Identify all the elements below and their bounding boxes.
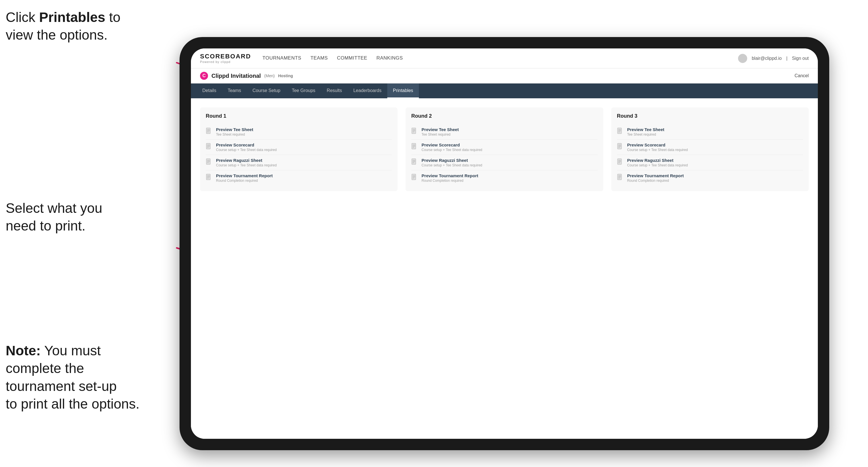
round-2-report-req: Round Completion required xyxy=(422,179,478,183)
raguzzi-icon-r3 xyxy=(617,158,624,166)
round-3-raguzzi[interactable]: Preview Raguzzi Sheet Course setup + Tee… xyxy=(617,155,803,170)
round-3-scorecard[interactable]: Preview Scorecard Course setup + Tee She… xyxy=(617,139,803,155)
cancel-button[interactable]: Cancel xyxy=(795,73,809,79)
tee-sheet-icon-r3 xyxy=(617,128,624,136)
tab-printables[interactable]: Printables xyxy=(387,84,419,98)
raguzzi-icon-r2 xyxy=(411,158,418,166)
round-1-title: Round 1 xyxy=(206,113,392,119)
annotation-top: Click Printables toview the options. xyxy=(6,8,171,44)
main-content: Round 1 Preview xyxy=(191,98,818,439)
round-1-report-req: Round Completion required xyxy=(216,179,273,183)
tab-tee-groups[interactable]: Tee Groups xyxy=(286,84,321,98)
tablet-screen: SCOREBOARD Powered by clippd TOURNAMENTS… xyxy=(191,49,818,439)
round-1-tournament-report[interactable]: Preview Tournament Report Round Completi… xyxy=(206,170,392,186)
round-1-report-info: Preview Tournament Report Round Completi… xyxy=(216,173,273,183)
round-3-scorecard-req: Course setup + Tee Sheet data required xyxy=(627,148,688,152)
round-3-tee-sheet-label: Preview Tee Sheet xyxy=(627,127,664,132)
annotation-bottom: Note: You mustcomplete thetournament set… xyxy=(6,342,182,413)
report-icon-r1 xyxy=(206,174,213,182)
round-1-raguzzi-req: Course setup + Tee Sheet data required xyxy=(216,163,277,167)
tab-bar: Details Teams Course Setup Tee Groups Re… xyxy=(191,84,818,98)
round-2-tee-sheet-info: Preview Tee Sheet Tee Sheet required xyxy=(422,127,459,136)
nav-link-committee[interactable]: COMMITTEE xyxy=(337,54,367,63)
round-2-raguzzi-info: Preview Raguzzi Sheet Course setup + Tee… xyxy=(422,158,482,167)
round-2-tee-sheet-label: Preview Tee Sheet xyxy=(422,127,459,132)
round-1-tee-sheet[interactable]: Preview Tee Sheet Tee Sheet required xyxy=(206,124,392,139)
hosting-badge: Hosting xyxy=(278,73,293,78)
round-3-scorecard-info: Preview Scorecard Course setup + Tee She… xyxy=(627,143,688,152)
round-2-report-info: Preview Tournament Report Round Completi… xyxy=(422,173,478,183)
tournament-badge: (Men) xyxy=(264,73,275,78)
round-2-scorecard[interactable]: Preview Scorecard Course setup + Tee She… xyxy=(411,139,597,155)
annotation-middle: Select what youneed to print. xyxy=(6,199,165,235)
brand-sub: Powered by clippd xyxy=(200,60,251,64)
round-3-raguzzi-label: Preview Raguzzi Sheet xyxy=(627,158,688,163)
nav-links: TOURNAMENTS TEAMS COMMITTEE RANKINGS xyxy=(262,54,403,63)
round-2-title: Round 2 xyxy=(411,113,597,119)
nav-link-tournaments[interactable]: TOURNAMENTS xyxy=(262,54,301,63)
round-2-scorecard-label: Preview Scorecard xyxy=(422,143,482,147)
report-icon-r3 xyxy=(617,174,624,182)
tournament-logo-letter: C xyxy=(202,73,206,79)
rounds-grid: Round 1 Preview xyxy=(200,107,809,191)
round-1-raguzzi-info: Preview Raguzzi Sheet Course setup + Tee… xyxy=(216,158,277,167)
brand-title: SCOREBOARD xyxy=(200,53,251,60)
scorecard-icon-r3 xyxy=(617,143,624,151)
round-1-scorecard-info: Preview Scorecard Course setup + Tee She… xyxy=(216,143,277,152)
round-3-title: Round 3 xyxy=(617,113,803,119)
round-1-tee-sheet-req: Tee Sheet required xyxy=(216,132,253,136)
tab-leaderboards[interactable]: Leaderboards xyxy=(348,84,387,98)
round-1-scorecard[interactable]: Preview Scorecard Course setup + Tee She… xyxy=(206,139,392,155)
round-3-tournament-report[interactable]: Preview Tournament Report Round Completi… xyxy=(617,170,803,186)
tee-sheet-icon xyxy=(206,128,213,136)
scorecard-icon-r1 xyxy=(206,143,213,151)
round-1-report-label: Preview Tournament Report xyxy=(216,173,273,178)
nav-right: blair@clippd.io | Sign out xyxy=(738,54,809,63)
tab-results[interactable]: Results xyxy=(321,84,348,98)
round-2-tee-sheet-req: Tee Sheet required xyxy=(422,132,459,136)
round-2-raguzzi-label: Preview Raguzzi Sheet xyxy=(422,158,482,163)
round-3-column: Round 3 Preview Tee Sheet Tee Sheet requ… xyxy=(611,107,809,191)
avatar xyxy=(738,54,747,63)
nav-link-rankings[interactable]: RANKINGS xyxy=(376,54,403,63)
brand: SCOREBOARD Powered by clippd xyxy=(200,53,251,63)
sign-out-link[interactable]: Sign out xyxy=(792,56,809,61)
round-3-raguzzi-req: Course setup + Tee Sheet data required xyxy=(627,163,688,167)
top-nav: SCOREBOARD Powered by clippd TOURNAMENTS… xyxy=(191,49,818,68)
tab-details[interactable]: Details xyxy=(197,84,222,98)
app-container: SCOREBOARD Powered by clippd TOURNAMENTS… xyxy=(191,49,818,439)
round-1-raguzzi-label: Preview Raguzzi Sheet xyxy=(216,158,277,163)
tablet-frame: SCOREBOARD Powered by clippd TOURNAMENTS… xyxy=(180,37,829,450)
nav-link-teams[interactable]: TEAMS xyxy=(310,54,328,63)
round-3-report-info: Preview Tournament Report Round Completi… xyxy=(627,173,684,183)
round-1-scorecard-label: Preview Scorecard xyxy=(216,143,277,147)
round-3-tee-sheet-info: Preview Tee Sheet Tee Sheet required xyxy=(627,127,664,136)
nav-left: SCOREBOARD Powered by clippd TOURNAMENTS… xyxy=(200,53,403,63)
tournament-name: C Clippd Invitational (Men) Hosting xyxy=(200,72,293,80)
round-2-report-label: Preview Tournament Report xyxy=(422,173,478,178)
round-2-raguzzi-req: Course setup + Tee Sheet data required xyxy=(422,163,482,167)
round-3-raguzzi-info: Preview Raguzzi Sheet Course setup + Tee… xyxy=(627,158,688,167)
separator: | xyxy=(786,56,787,61)
tournament-header: C Clippd Invitational (Men) Hosting Canc… xyxy=(191,68,818,84)
scorecard-icon-r2 xyxy=(411,143,418,151)
round-3-report-req: Round Completion required xyxy=(627,179,684,183)
round-2-tournament-report[interactable]: Preview Tournament Report Round Completi… xyxy=(411,170,597,186)
tournament-logo: C xyxy=(200,72,208,80)
round-3-report-label: Preview Tournament Report xyxy=(627,173,684,178)
round-3-tee-sheet-req: Tee Sheet required xyxy=(627,132,664,136)
round-2-raguzzi[interactable]: Preview Raguzzi Sheet Course setup + Tee… xyxy=(411,155,597,170)
round-1-tee-sheet-label: Preview Tee Sheet xyxy=(216,127,253,132)
round-2-scorecard-info: Preview Scorecard Course setup + Tee She… xyxy=(422,143,482,152)
annotation-top-bold: Printables xyxy=(39,10,105,25)
raguzzi-icon-r1 xyxy=(206,158,213,166)
round-3-scorecard-label: Preview Scorecard xyxy=(627,143,688,147)
round-3-tee-sheet[interactable]: Preview Tee Sheet Tee Sheet required xyxy=(617,124,803,139)
round-2-scorecard-req: Course setup + Tee Sheet data required xyxy=(422,148,482,152)
tournament-title: Clippd Invitational xyxy=(212,73,261,79)
round-2-tee-sheet[interactable]: Preview Tee Sheet Tee Sheet required xyxy=(411,124,597,139)
round-1-raguzzi[interactable]: Preview Raguzzi Sheet Course setup + Tee… xyxy=(206,155,392,170)
tee-sheet-icon-r2 xyxy=(411,128,418,136)
tab-teams[interactable]: Teams xyxy=(222,84,247,98)
tab-course-setup[interactable]: Course Setup xyxy=(247,84,286,98)
